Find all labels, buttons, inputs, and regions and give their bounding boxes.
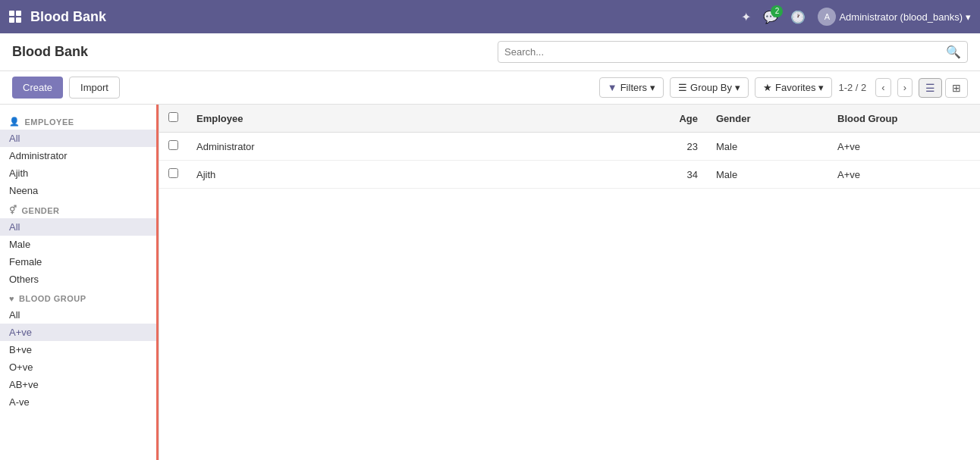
employee-section-label: EMPLOYEE — [25, 117, 74, 127]
sidebar-item-gender-others[interactable]: Others — [0, 271, 159, 288]
clock-icon[interactable]: 🕐 — [790, 10, 806, 24]
nav-left: Blood Bank — [9, 9, 106, 25]
sidebar-item-gender-male[interactable]: Male — [0, 236, 159, 253]
sidebar-item-blood-bpos[interactable]: B+ve — [0, 341, 159, 358]
sidebar: 👤 EMPLOYEE All Administrator Ajith Neena… — [0, 105, 159, 460]
row-employee: Administrator — [187, 133, 646, 161]
table-row[interactable]: Ajith 34 Male A+ve — [159, 161, 980, 189]
col-header-employee[interactable]: Employee — [187, 105, 646, 133]
page-title: Blood Bank — [12, 44, 88, 60]
app-title: Blood Bank — [30, 9, 106, 25]
heart-icon: ♥ — [9, 294, 14, 303]
sub-header: Blood Bank 🔍 — [0, 33, 980, 71]
group-by-chevron-icon: ▾ — [735, 82, 740, 93]
col-header-age[interactable]: Age — [646, 105, 707, 133]
sidebar-item-blood-opos[interactable]: O+ve — [0, 358, 159, 376]
avatar: A — [818, 8, 836, 26]
top-nav: Blood Bank ✦ 💬 2 🕐 A Administrator (bloo… — [0, 0, 980, 33]
group-by-button[interactable]: ☰ Group By ▾ — [670, 77, 749, 98]
create-button[interactable]: Create — [12, 77, 63, 99]
sidebar-item-employee-ajith[interactable]: Ajith — [0, 164, 159, 182]
row-gender: Male — [707, 161, 828, 189]
sidebar-section-gender: ⚥ GENDER — [0, 199, 159, 218]
table-row[interactable]: Administrator 23 Male A+ve — [159, 133, 980, 161]
action-bar: Create Import ▼ Filters ▾ ☰ Group By ▾ ★… — [0, 71, 980, 105]
main-layout: 👤 EMPLOYEE All Administrator Ajith Neena… — [0, 105, 980, 460]
sidebar-item-employee-all[interactable]: All — [0, 130, 159, 147]
favorites-button[interactable]: ★ Favorites ▾ — [755, 77, 832, 98]
import-button[interactable]: Import — [69, 77, 120, 99]
filter-icon: ▼ — [608, 82, 617, 93]
pagination-text: 1-2 / 2 — [838, 82, 866, 93]
admin-label: Administrator (blood_banks) — [839, 11, 963, 23]
select-all-header[interactable] — [159, 105, 187, 133]
admin-menu[interactable]: A Administrator (blood_banks) ▾ — [818, 8, 971, 26]
row-checkbox-cell[interactable] — [159, 161, 187, 189]
kanban-view-button[interactable]: ⊞ — [945, 78, 968, 98]
blood-group-section-label: BLOOD GROUP — [19, 294, 86, 303]
employee-table: Employee Age Gender Blood Group Administ… — [159, 105, 980, 189]
app-grid-icon[interactable] — [9, 11, 21, 23]
sidebar-item-blood-abpos[interactable]: AB+ve — [0, 376, 159, 393]
row-blood-group: A+ve — [828, 161, 980, 189]
col-header-blood-group[interactable]: Blood Group — [828, 105, 980, 133]
filters-button[interactable]: ▼ Filters ▾ — [599, 77, 664, 98]
favorites-chevron-icon: ▾ — [818, 82, 824, 93]
sidebar-item-blood-all[interactable]: All — [0, 306, 159, 324]
select-all-checkbox[interactable] — [168, 112, 178, 122]
admin-chevron-icon: ▾ — [966, 11, 971, 23]
nav-right: ✦ 💬 2 🕐 A Administrator (blood_banks) ▾ — [741, 8, 971, 26]
row-checkbox-cell[interactable] — [159, 133, 187, 161]
search-bar: 🔍 — [498, 41, 968, 63]
row-employee: Ajith — [187, 161, 646, 189]
notification-badge: 2 — [771, 5, 783, 17]
action-right: ▼ Filters ▾ ☰ Group By ▾ ★ Favorites ▾ 1… — [599, 77, 968, 98]
person-icon: 👤 — [9, 117, 20, 127]
row-gender: Male — [707, 133, 828, 161]
row-blood-group: A+ve — [828, 133, 980, 161]
gender-icon: ⚥ — [9, 205, 17, 215]
star-icon: ★ — [763, 82, 772, 93]
sidebar-item-gender-female[interactable]: Female — [0, 253, 159, 271]
table-header-row: Employee Age Gender Blood Group — [159, 105, 980, 133]
gender-section-label: GENDER — [22, 206, 60, 215]
row-checkbox[interactable] — [168, 140, 178, 150]
chat-icon-wrap[interactable]: 💬 2 — [763, 10, 778, 24]
view-toggle: ☰ ⊞ — [919, 78, 968, 98]
sidebar-item-gender-all[interactable]: All — [0, 218, 159, 236]
sparkle-icon[interactable]: ✦ — [741, 10, 751, 24]
sidebar-item-employee-neena[interactable]: Neena — [0, 182, 159, 199]
sidebar-section-employee: 👤 EMPLOYEE — [0, 111, 159, 130]
prev-page-button[interactable]: ‹ — [875, 78, 890, 97]
content-area: Employee Age Gender Blood Group Administ… — [159, 105, 980, 460]
sidebar-item-blood-apos[interactable]: A+ve — [0, 324, 159, 341]
row-age: 23 — [646, 133, 707, 161]
sidebar-item-employee-administrator[interactable]: Administrator — [0, 147, 159, 164]
group-by-icon: ☰ — [678, 82, 687, 93]
filters-chevron-icon: ▾ — [650, 82, 655, 93]
search-icon[interactable]: 🔍 — [946, 45, 961, 59]
col-header-gender[interactable]: Gender — [707, 105, 828, 133]
sidebar-section-blood-group: ♥ BLOOD GROUP — [0, 288, 159, 306]
sidebar-item-blood-aneg[interactable]: A-ve — [0, 393, 159, 411]
next-page-button[interactable]: › — [897, 78, 912, 97]
search-input[interactable] — [504, 46, 946, 58]
list-view-button[interactable]: ☰ — [919, 78, 942, 98]
row-checkbox[interactable] — [168, 168, 178, 178]
row-age: 34 — [646, 161, 707, 189]
action-buttons: Create Import — [12, 77, 120, 99]
